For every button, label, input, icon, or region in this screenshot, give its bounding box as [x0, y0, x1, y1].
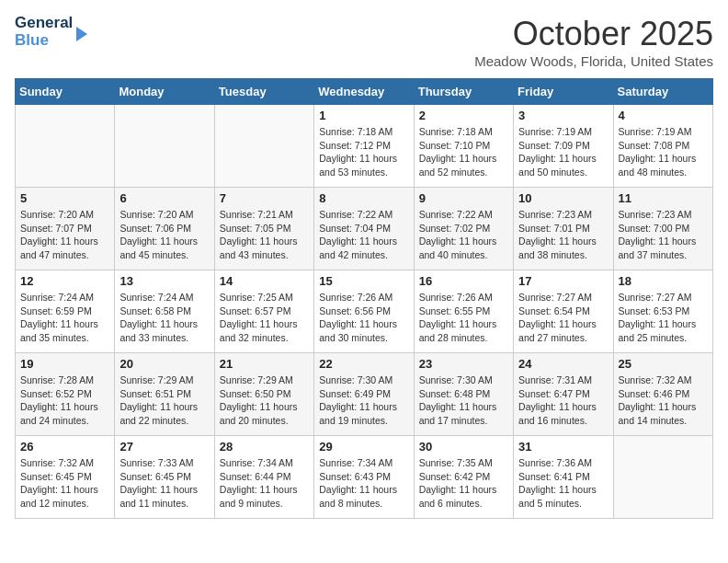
- day-number: 20: [119, 357, 209, 371]
- day-info: Sunrise: 7:30 AM Sunset: 6:48 PM Dayligh…: [419, 373, 508, 428]
- day-number: 8: [319, 191, 408, 205]
- calendar-cell: 31Sunrise: 7:36 AM Sunset: 6:41 PM Dayli…: [514, 436, 613, 519]
- day-info: Sunrise: 7:32 AM Sunset: 6:45 PM Dayligh…: [20, 456, 109, 511]
- calendar-cell: 7Sunrise: 7:21 AM Sunset: 7:05 PM Daylig…: [214, 188, 313, 270]
- calendar-cell: 2Sunrise: 7:18 AM Sunset: 7:10 PM Daylig…: [414, 105, 513, 188]
- day-number: 31: [518, 440, 608, 454]
- day-number: 29: [319, 440, 408, 454]
- logo-text: General Blue: [15, 15, 87, 49]
- day-info: Sunrise: 7:21 AM Sunset: 7:05 PM Dayligh…: [220, 208, 309, 262]
- day-info: Sunrise: 7:23 AM Sunset: 7:01 PM Dayligh…: [518, 208, 608, 262]
- calendar-cell: 27Sunrise: 7:33 AM Sunset: 6:45 PM Dayli…: [115, 436, 214, 519]
- day-info: Sunrise: 7:24 AM Sunset: 6:58 PM Dayligh…: [119, 291, 209, 345]
- day-info: Sunrise: 7:22 AM Sunset: 7:02 PM Dayligh…: [419, 208, 508, 262]
- day-number: 6: [119, 191, 209, 205]
- calendar-body: 1Sunrise: 7:18 AM Sunset: 7:12 PM Daylig…: [16, 105, 713, 519]
- calendar-cell: [613, 436, 712, 519]
- day-info: Sunrise: 7:30 AM Sunset: 6:49 PM Dayligh…: [319, 373, 408, 428]
- calendar-cell: 3Sunrise: 7:19 AM Sunset: 7:09 PM Daylig…: [514, 105, 613, 188]
- calendar-cell: 10Sunrise: 7:23 AM Sunset: 7:01 PM Dayli…: [514, 188, 613, 270]
- day-info: Sunrise: 7:31 AM Sunset: 6:47 PM Dayligh…: [518, 373, 608, 428]
- calendar-day-header: Friday: [514, 79, 613, 105]
- day-info: Sunrise: 7:19 AM Sunset: 7:09 PM Dayligh…: [518, 125, 608, 179]
- day-number: 18: [619, 274, 708, 288]
- day-number: 11: [619, 191, 708, 205]
- calendar-cell: 5Sunrise: 7:20 AM Sunset: 7:07 PM Daylig…: [16, 188, 115, 270]
- day-number: 14: [220, 274, 309, 288]
- day-number: 1: [319, 109, 408, 122]
- calendar-cell: 13Sunrise: 7:24 AM Sunset: 6:58 PM Dayli…: [115, 270, 214, 353]
- day-number: 19: [20, 357, 109, 371]
- calendar-cell: [16, 105, 115, 188]
- calendar-week-row: 19Sunrise: 7:28 AM Sunset: 6:52 PM Dayli…: [16, 353, 713, 436]
- day-info: Sunrise: 7:22 AM Sunset: 7:04 PM Dayligh…: [319, 208, 408, 262]
- calendar-cell: 20Sunrise: 7:29 AM Sunset: 6:51 PM Dayli…: [115, 353, 214, 436]
- calendar-cell: [115, 105, 214, 188]
- day-info: Sunrise: 7:28 AM Sunset: 6:52 PM Dayligh…: [20, 373, 109, 428]
- day-info: Sunrise: 7:34 AM Sunset: 6:43 PM Dayligh…: [319, 456, 408, 511]
- day-number: 21: [220, 357, 309, 371]
- calendar-cell: 18Sunrise: 7:27 AM Sunset: 6:53 PM Dayli…: [613, 270, 712, 353]
- calendar-week-row: 1Sunrise: 7:18 AM Sunset: 7:12 PM Daylig…: [16, 105, 713, 188]
- calendar-cell: 29Sunrise: 7:34 AM Sunset: 6:43 PM Dayli…: [314, 436, 414, 519]
- day-info: Sunrise: 7:25 AM Sunset: 6:57 PM Dayligh…: [220, 291, 309, 345]
- calendar-day-header: Wednesday: [314, 79, 414, 105]
- calendar-cell: 23Sunrise: 7:30 AM Sunset: 6:48 PM Dayli…: [414, 353, 513, 436]
- calendar-cell: 11Sunrise: 7:23 AM Sunset: 7:00 PM Dayli…: [613, 188, 712, 270]
- day-number: 15: [319, 274, 408, 288]
- calendar-table: SundayMondayTuesdayWednesdayThursdayFrid…: [15, 78, 713, 519]
- day-number: 28: [220, 440, 309, 454]
- day-info: Sunrise: 7:26 AM Sunset: 6:56 PM Dayligh…: [319, 291, 408, 345]
- day-info: Sunrise: 7:18 AM Sunset: 7:12 PM Dayligh…: [319, 125, 408, 179]
- day-number: 4: [619, 109, 708, 122]
- day-number: 27: [119, 440, 209, 454]
- calendar-cell: 19Sunrise: 7:28 AM Sunset: 6:52 PM Dayli…: [16, 353, 115, 436]
- day-number: 23: [419, 357, 508, 371]
- day-number: 25: [619, 357, 708, 371]
- calendar-week-row: 5Sunrise: 7:20 AM Sunset: 7:07 PM Daylig…: [16, 188, 713, 270]
- day-info: Sunrise: 7:29 AM Sunset: 6:50 PM Dayligh…: [220, 373, 309, 428]
- day-number: 13: [119, 274, 209, 288]
- day-number: 26: [20, 440, 109, 454]
- calendar-cell: [214, 105, 313, 188]
- day-info: Sunrise: 7:34 AM Sunset: 6:44 PM Dayligh…: [220, 456, 309, 511]
- calendar-day-header: Monday: [115, 79, 214, 105]
- day-info: Sunrise: 7:29 AM Sunset: 6:51 PM Dayligh…: [119, 373, 209, 428]
- calendar-cell: 14Sunrise: 7:25 AM Sunset: 6:57 PM Dayli…: [214, 270, 313, 353]
- day-info: Sunrise: 7:20 AM Sunset: 7:06 PM Dayligh…: [119, 208, 209, 262]
- calendar-day-header: Thursday: [414, 79, 513, 105]
- day-number: 2: [419, 109, 508, 122]
- calendar-day-header: Saturday: [613, 79, 712, 105]
- calendar-cell: 8Sunrise: 7:22 AM Sunset: 7:04 PM Daylig…: [314, 188, 414, 270]
- day-number: 22: [319, 357, 408, 371]
- day-info: Sunrise: 7:23 AM Sunset: 7:00 PM Dayligh…: [619, 208, 708, 262]
- calendar-header-row: SundayMondayTuesdayWednesdayThursdayFrid…: [16, 79, 713, 105]
- logo-arrow-icon: [76, 27, 87, 41]
- day-number: 7: [220, 191, 309, 205]
- calendar-cell: 21Sunrise: 7:29 AM Sunset: 6:50 PM Dayli…: [214, 353, 313, 436]
- day-info: Sunrise: 7:36 AM Sunset: 6:41 PM Dayligh…: [518, 456, 608, 511]
- day-number: 3: [518, 109, 608, 122]
- title-block: October 2025 Meadow Woods, Florida, Unit…: [474, 15, 713, 69]
- day-info: Sunrise: 7:33 AM Sunset: 6:45 PM Dayligh…: [119, 456, 209, 511]
- calendar-cell: 26Sunrise: 7:32 AM Sunset: 6:45 PM Dayli…: [16, 436, 115, 519]
- calendar-week-row: 12Sunrise: 7:24 AM Sunset: 6:59 PM Dayli…: [16, 270, 713, 353]
- day-number: 5: [20, 191, 109, 205]
- logo: General Blue: [15, 15, 87, 49]
- calendar-week-row: 26Sunrise: 7:32 AM Sunset: 6:45 PM Dayli…: [16, 436, 713, 519]
- day-info: Sunrise: 7:20 AM Sunset: 7:07 PM Dayligh…: [20, 208, 109, 262]
- day-info: Sunrise: 7:26 AM Sunset: 6:55 PM Dayligh…: [419, 291, 508, 345]
- day-number: 10: [518, 191, 608, 205]
- calendar-cell: 24Sunrise: 7:31 AM Sunset: 6:47 PM Dayli…: [514, 353, 613, 436]
- calendar-cell: 9Sunrise: 7:22 AM Sunset: 7:02 PM Daylig…: [414, 188, 513, 270]
- calendar-cell: 16Sunrise: 7:26 AM Sunset: 6:55 PM Dayli…: [414, 270, 513, 353]
- calendar-day-header: Tuesday: [214, 79, 313, 105]
- calendar-cell: 4Sunrise: 7:19 AM Sunset: 7:08 PM Daylig…: [613, 105, 712, 188]
- calendar-day-header: Sunday: [16, 79, 115, 105]
- page-header: General Blue October 2025 Meadow Woods, …: [15, 15, 713, 69]
- day-info: Sunrise: 7:27 AM Sunset: 6:54 PM Dayligh…: [518, 291, 608, 345]
- day-number: 17: [518, 274, 608, 288]
- day-info: Sunrise: 7:35 AM Sunset: 6:42 PM Dayligh…: [419, 456, 508, 511]
- calendar-cell: 28Sunrise: 7:34 AM Sunset: 6:44 PM Dayli…: [214, 436, 313, 519]
- calendar-cell: 15Sunrise: 7:26 AM Sunset: 6:56 PM Dayli…: [314, 270, 414, 353]
